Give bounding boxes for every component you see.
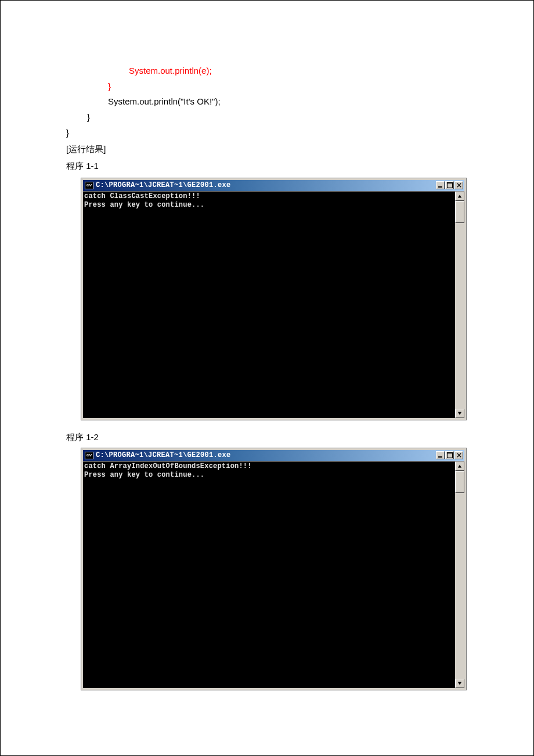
program-1-1-label: 程序 1-1 xyxy=(66,159,533,174)
maximize-button[interactable] xyxy=(445,451,454,459)
code-line: } xyxy=(66,110,533,125)
scrollbar-track[interactable] xyxy=(455,201,464,409)
scrollbar[interactable] xyxy=(455,462,464,688)
scroll-up-button[interactable] xyxy=(455,462,464,471)
scroll-up-button[interactable] xyxy=(455,192,464,201)
run-result-label: [运行结果] xyxy=(66,142,533,157)
minimize-button[interactable] xyxy=(436,181,445,189)
console-output: catch ArrayIndexOutOfBoundsException!!! … xyxy=(83,462,455,688)
close-icon xyxy=(457,183,461,188)
code-line: } xyxy=(66,125,533,141)
svg-marker-7 xyxy=(458,682,461,685)
code-block: System.out.println(e); } System.out.prin… xyxy=(66,63,533,141)
console-window-2: cv C:\PROGRA~1\JCREAT~1\GE2001.exe catch… xyxy=(81,448,467,690)
program-1-2-label: 程序 1-2 xyxy=(66,430,533,445)
scrollbar[interactable] xyxy=(455,192,464,418)
svg-marker-6 xyxy=(458,465,461,467)
cmd-icon: cv xyxy=(85,182,93,189)
code-line: System.out.println(e); xyxy=(66,63,533,79)
scroll-down-button[interactable] xyxy=(455,409,464,418)
arrow-up-icon xyxy=(457,464,462,469)
console-window-1: cv C:\PROGRA~1\JCREAT~1\GE2001.exe catch… xyxy=(81,178,467,420)
scroll-down-button[interactable] xyxy=(455,679,464,688)
cmd-icon: cv xyxy=(85,452,93,459)
titlebar[interactable]: cv C:\PROGRA~1\JCREAT~1\GE2001.exe xyxy=(83,180,464,191)
scrollbar-track[interactable] xyxy=(455,471,464,679)
code-line: System.out.println("It's OK!"); xyxy=(66,94,533,110)
console-output: catch ClassCastException!!! Press any ke… xyxy=(83,192,455,418)
scrollbar-thumb[interactable] xyxy=(455,471,464,493)
arrow-down-icon xyxy=(457,411,462,416)
close-button[interactable] xyxy=(454,181,463,189)
close-icon xyxy=(457,453,461,458)
code-line: } xyxy=(66,79,533,95)
titlebar[interactable]: cv C:\PROGRA~1\JCREAT~1\GE2001.exe xyxy=(83,450,464,461)
svg-marker-3 xyxy=(458,412,461,415)
window-title: C:\PROGRA~1\JCREAT~1\GE2001.exe xyxy=(96,181,434,189)
scrollbar-thumb[interactable] xyxy=(455,201,464,223)
close-button[interactable] xyxy=(454,451,463,459)
minimize-button[interactable] xyxy=(436,451,445,459)
maximize-button[interactable] xyxy=(445,181,454,189)
arrow-down-icon xyxy=(457,681,462,686)
page-frame: System.out.println(e); } System.out.prin… xyxy=(0,0,534,756)
window-title: C:\PROGRA~1\JCREAT~1\GE2001.exe xyxy=(96,451,434,459)
arrow-up-icon xyxy=(457,194,462,199)
svg-marker-2 xyxy=(458,195,461,197)
